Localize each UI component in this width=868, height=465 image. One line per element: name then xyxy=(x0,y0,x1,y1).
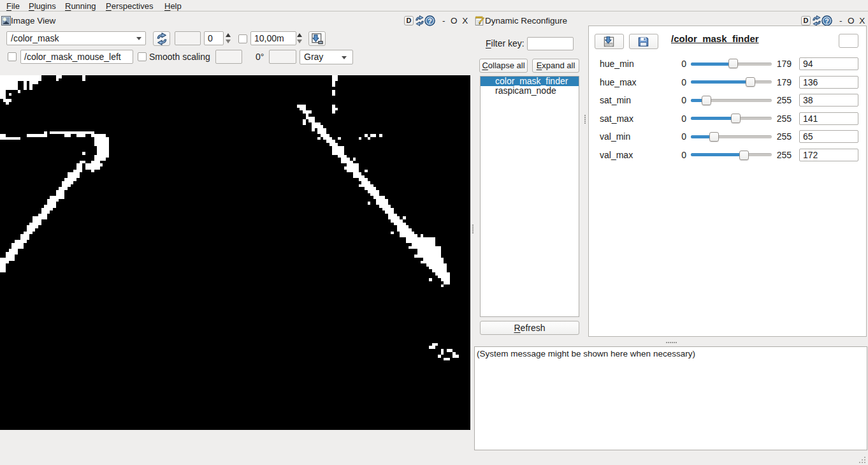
svg-text:?: ? xyxy=(825,17,829,25)
svg-text:?: ? xyxy=(428,17,432,25)
